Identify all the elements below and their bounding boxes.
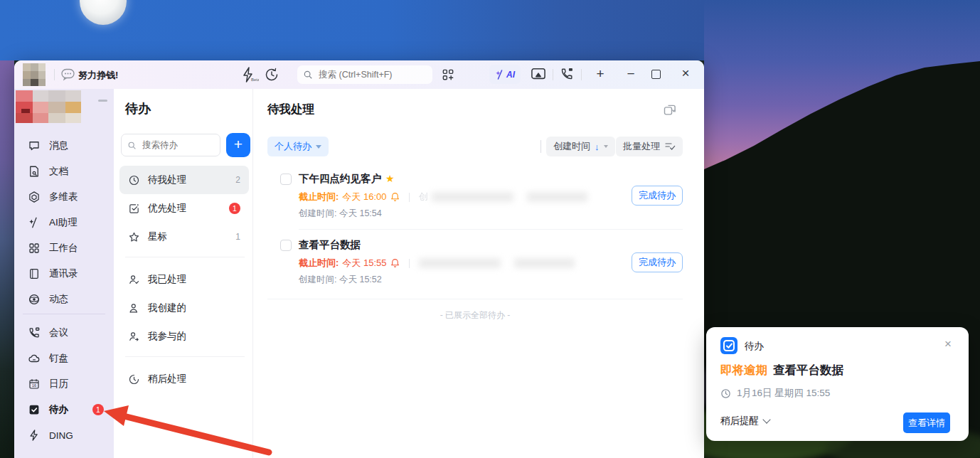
panel-divider [125,257,245,257]
todo-filter-handled[interactable]: 我已处理 [119,265,249,294]
todo-search-input[interactable] [141,139,211,151]
call-icon[interactable] [559,67,575,81]
filter-count: 2 [235,175,240,185]
close-button[interactable]: × [677,64,694,82]
todo-filter-priority[interactable]: 优先处理 1 [119,194,249,223]
filter-label: 我参与的 [148,330,240,343]
complete-todo-button[interactable]: 完成待办 [632,252,683,272]
star-icon[interactable]: ★ [385,173,395,184]
add-todo-button[interactable]: + [226,133,250,157]
clock-icon [128,174,140,186]
maximize-button[interactable] [651,70,661,79]
remind-later-button[interactable]: 稍后提醒 [720,415,769,427]
close-icon[interactable]: × [939,336,957,353]
profile-blurred[interactable] [16,90,81,123]
todo-filter-pending[interactable]: 待我处理 2 [119,166,249,194]
sidebar-item-label: 会议 [49,326,68,339]
todo-filter-later[interactable]: 稍后处理 [119,365,249,393]
todo-filter-participated[interactable]: 我参与的 [119,322,249,351]
sidebar-item-docs[interactable]: 文档 [14,159,114,184]
todo-item-checkbox[interactable] [280,240,292,251]
sort-by-created-button[interactable]: 创建时间 ↓ [546,137,615,156]
panel-divider [125,356,245,357]
svg-text:Beta: Beta [251,78,259,82]
todo-item-checkbox[interactable] [280,174,292,185]
priority-check-icon [128,203,140,215]
filter-label: 待我处理 [148,174,228,186]
user-avatar-blurred[interactable] [23,63,46,86]
status-bubble-icon[interactable] [61,68,75,81]
lightning-icon [28,429,41,442]
sidebar-item-feed[interactable]: 动态 [14,287,114,312]
todo-item-title[interactable]: 查看平台数据 [299,239,361,250]
search-icon [303,70,313,80]
sidebar-item-label: 钉盘 [49,352,68,365]
created-value: 今天 15:52 [339,275,382,284]
sidebar-item-meetings[interactable]: 会议 [14,320,114,346]
sidebar-item-calendar[interactable]: 16 日历 [14,371,114,397]
view-switch-icon[interactable] [663,103,677,117]
todo-item-title[interactable]: 下午四点约见客户 [299,173,381,184]
sidebar-item-multitable[interactable]: 多维表 [14,184,114,210]
list-end-divider [267,299,683,299]
titlebar-separator [553,69,553,80]
todo-item-deadline-row: 截止时间: 今天 16:00 创 [299,191,587,203]
app-grid-icon[interactable] [441,68,455,82]
cloud-drive-icon [28,352,41,365]
screencast-icon[interactable] [531,67,546,81]
minimize-button[interactable]: − [623,65,639,83]
sidebar-item-label: 消息 [49,139,68,152]
scenery-left-strip [0,60,14,458]
history-icon[interactable] [265,68,279,82]
sidebar-item-label: 工作台 [49,242,78,255]
sidebar-item-drive[interactable]: 钉盘 [14,346,114,371]
todo-item-deadline-row: 截止时间: 今天 15:55 [299,257,575,270]
sidebar-item-workbench[interactable]: 工作台 [14,235,114,261]
titlebar-separator [581,69,582,80]
sidebar-item-label: 动态 [49,293,68,306]
clock-later-icon [128,373,140,385]
sidebar-item-contacts[interactable]: 通讯录 [14,261,114,287]
sidebar-item-label: 日历 [49,378,68,390]
global-search[interactable] [297,65,432,84]
bell-icon [390,192,400,202]
created-label: 创建时间: [299,275,336,284]
todo-item-title-row[interactable]: 查看平台数据 [299,238,361,252]
sidebar-item-ding[interactable]: DING [14,422,114,448]
item-divider [299,229,683,230]
todo-item-title-row[interactable]: 下午四点约见客户★ [299,172,395,186]
todo-filter-starred[interactable]: 星标 1 [119,223,249,251]
collapse-handle[interactable] [98,100,107,102]
star-icon [128,231,140,243]
chevron-down-icon [762,415,770,423]
todo-reminder-toast[interactable]: 待办 × 即将逾期 查看平台数据 1月16日 星期四 15:55 稍后提醒 查看… [706,327,969,441]
sidebar-item-messages[interactable]: 消息 [14,133,114,159]
status-text[interactable]: 努力挣钱! [78,69,118,82]
titlebar-separator [54,69,55,80]
batch-process-button[interactable]: 批量处理 [616,137,683,156]
complete-todo-button[interactable]: 完成待办 [632,186,683,206]
person-icon [128,302,140,314]
flash-notes-beta-icon[interactable]: Beta [240,66,259,83]
personal-todo-filter[interactable]: 个人待办 [267,137,329,156]
search-input[interactable] [317,69,427,80]
filter-label: 优先处理 [148,202,221,215]
add-icon[interactable]: + [592,65,609,83]
todo-search[interactable] [121,134,220,156]
sidebar-divider [23,314,105,314]
todo-check-icon [28,403,41,416]
todo-filter-created[interactable]: 我创建的 [119,294,249,322]
search-icon [127,141,137,150]
panel-title: 待办 [125,100,151,117]
toolbar-separator [540,140,541,153]
toast-todo-title: 查看平台数据 [773,363,843,378]
sidebar-item-todo[interactable]: 待办 1 [14,397,114,422]
person-arrow-icon [128,331,140,343]
ai-assistant-button[interactable]: AI [489,65,521,84]
blurred-creator-info [527,192,587,202]
list-end-text: - 已展示全部待办 - [267,309,683,321]
todo-item-created-row: 创建时间: 今天 15:52 [299,274,382,286]
view-details-button[interactable]: 查看详情 [903,412,950,433]
sidebar-item-ai-assistant[interactable]: AI助理 [14,210,114,235]
workbench-grid-icon [28,242,41,255]
